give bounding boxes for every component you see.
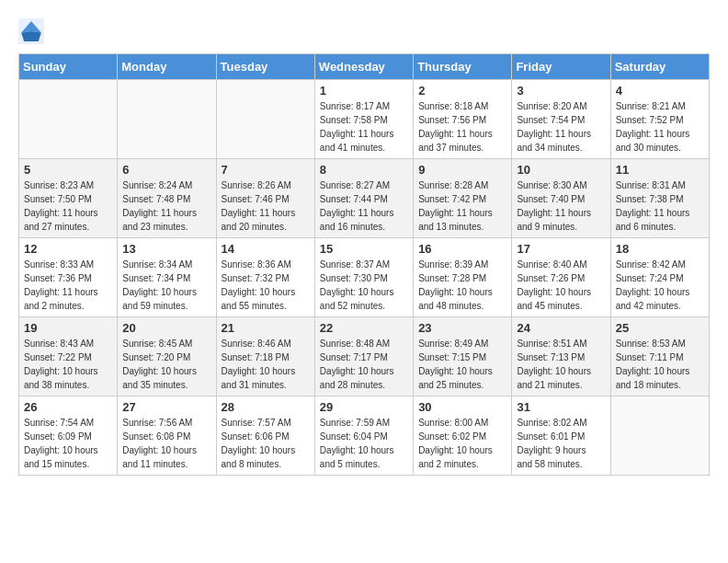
day-info: Sunrise: 8:45 AMSunset: 7:20 PMDaylight:… bbox=[122, 337, 210, 392]
day-number: 10 bbox=[517, 163, 605, 177]
calendar-cell: 17Sunrise: 8:40 AMSunset: 7:26 PMDayligh… bbox=[512, 238, 610, 317]
calendar-cell: 19Sunrise: 8:43 AMSunset: 7:22 PMDayligh… bbox=[19, 317, 118, 396]
day-number: 5 bbox=[24, 163, 112, 177]
calendar-cell: 21Sunrise: 8:46 AMSunset: 7:18 PMDayligh… bbox=[216, 317, 314, 396]
calendar-cell: 12Sunrise: 8:33 AMSunset: 7:36 PMDayligh… bbox=[19, 238, 118, 317]
day-info: Sunrise: 8:37 AMSunset: 7:30 PMDaylight:… bbox=[320, 258, 408, 313]
calendar-cell: 7Sunrise: 8:26 AMSunset: 7:46 PMDaylight… bbox=[216, 159, 314, 238]
day-info: Sunrise: 8:28 AMSunset: 7:42 PMDaylight:… bbox=[418, 178, 506, 234]
calendar-week-row: 1Sunrise: 8:17 AMSunset: 7:58 PMDaylight… bbox=[19, 80, 710, 159]
day-info: Sunrise: 8:18 AMSunset: 7:56 PMDaylight:… bbox=[418, 99, 506, 155]
day-number: 20 bbox=[122, 321, 210, 335]
day-info: Sunrise: 8:02 AMSunset: 6:01 PMDaylight:… bbox=[517, 416, 605, 471]
day-number: 1 bbox=[320, 84, 408, 98]
day-number: 29 bbox=[320, 400, 408, 414]
day-number: 21 bbox=[222, 321, 310, 335]
logo bbox=[18, 18, 48, 44]
calendar-cell: 11Sunrise: 8:31 AMSunset: 7:38 PMDayligh… bbox=[610, 159, 709, 238]
calendar-cell: 22Sunrise: 8:48 AMSunset: 7:17 PMDayligh… bbox=[314, 317, 413, 396]
day-number: 30 bbox=[418, 400, 506, 414]
calendar-cell: 8Sunrise: 8:27 AMSunset: 7:44 PMDaylight… bbox=[314, 159, 413, 238]
weekday-header-monday: Monday bbox=[118, 54, 216, 80]
day-info: Sunrise: 8:34 AMSunset: 7:34 PMDaylight:… bbox=[122, 258, 210, 313]
calendar-cell: 3Sunrise: 8:20 AMSunset: 7:54 PMDaylight… bbox=[512, 80, 610, 159]
calendar-cell: 16Sunrise: 8:39 AMSunset: 7:28 PMDayligh… bbox=[414, 238, 512, 317]
day-number: 16 bbox=[418, 242, 506, 256]
day-info: Sunrise: 8:43 AMSunset: 7:22 PMDaylight:… bbox=[24, 337, 112, 392]
calendar-cell bbox=[19, 80, 118, 159]
calendar-cell: 31Sunrise: 8:02 AMSunset: 6:01 PMDayligh… bbox=[512, 396, 610, 476]
calendar-cell: 24Sunrise: 8:51 AMSunset: 7:13 PMDayligh… bbox=[512, 317, 610, 396]
calendar-cell: 30Sunrise: 8:00 AMSunset: 6:02 PMDayligh… bbox=[414, 396, 512, 476]
day-number: 3 bbox=[517, 84, 605, 98]
day-info: Sunrise: 8:17 AMSunset: 7:58 PMDaylight:… bbox=[320, 99, 408, 155]
day-number: 23 bbox=[418, 321, 506, 335]
calendar-cell: 5Sunrise: 8:23 AMSunset: 7:50 PMDaylight… bbox=[19, 159, 118, 238]
day-number: 17 bbox=[517, 242, 605, 256]
day-info: Sunrise: 8:23 AMSunset: 7:50 PMDaylight:… bbox=[24, 178, 112, 234]
calendar-cell: 10Sunrise: 8:30 AMSunset: 7:40 PMDayligh… bbox=[512, 159, 610, 238]
weekday-header-sunday: Sunday bbox=[19, 54, 118, 80]
calendar-cell: 2Sunrise: 8:18 AMSunset: 7:56 PMDaylight… bbox=[414, 80, 512, 159]
weekday-header-friday: Friday bbox=[512, 54, 610, 80]
svg-marker-2 bbox=[21, 31, 41, 41]
day-number: 8 bbox=[320, 163, 408, 177]
day-info: Sunrise: 7:57 AMSunset: 6:06 PMDaylight:… bbox=[222, 416, 310, 471]
calendar-cell: 9Sunrise: 8:28 AMSunset: 7:42 PMDaylight… bbox=[414, 159, 512, 238]
calendar-cell: 1Sunrise: 8:17 AMSunset: 7:58 PMDaylight… bbox=[314, 80, 413, 159]
day-info: Sunrise: 7:54 AMSunset: 6:09 PMDaylight:… bbox=[24, 416, 112, 471]
day-info: Sunrise: 8:24 AMSunset: 7:48 PMDaylight:… bbox=[122, 178, 210, 234]
calendar-cell: 14Sunrise: 8:36 AMSunset: 7:32 PMDayligh… bbox=[216, 238, 314, 317]
calendar-cell: 26Sunrise: 7:54 AMSunset: 6:09 PMDayligh… bbox=[19, 396, 118, 476]
day-info: Sunrise: 8:26 AMSunset: 7:46 PMDaylight:… bbox=[222, 178, 310, 234]
day-info: Sunrise: 8:53 AMSunset: 7:11 PMDaylight:… bbox=[616, 337, 704, 392]
day-info: Sunrise: 8:46 AMSunset: 7:18 PMDaylight:… bbox=[222, 337, 310, 392]
calendar-table: SundayMondayTuesdayWednesdayThursdayFrid… bbox=[18, 53, 710, 476]
calendar-cell: 20Sunrise: 8:45 AMSunset: 7:20 PMDayligh… bbox=[118, 317, 216, 396]
weekday-header-wednesday: Wednesday bbox=[314, 54, 413, 80]
calendar-cell: 29Sunrise: 7:59 AMSunset: 6:04 PMDayligh… bbox=[314, 396, 413, 476]
day-info: Sunrise: 7:59 AMSunset: 6:04 PMDaylight:… bbox=[320, 416, 408, 471]
calendar-week-row: 26Sunrise: 7:54 AMSunset: 6:09 PMDayligh… bbox=[19, 396, 710, 476]
day-number: 9 bbox=[418, 163, 506, 177]
day-info: Sunrise: 8:48 AMSunset: 7:17 PMDaylight:… bbox=[320, 337, 408, 392]
day-number: 4 bbox=[616, 84, 704, 98]
calendar-cell bbox=[610, 396, 709, 476]
day-number: 22 bbox=[320, 321, 408, 335]
calendar-body: 1Sunrise: 8:17 AMSunset: 7:58 PMDaylight… bbox=[19, 80, 710, 476]
day-info: Sunrise: 8:51 AMSunset: 7:13 PMDaylight:… bbox=[517, 337, 605, 392]
day-info: Sunrise: 7:56 AMSunset: 6:08 PMDaylight:… bbox=[122, 416, 210, 471]
day-info: Sunrise: 8:20 AMSunset: 7:54 PMDaylight:… bbox=[517, 99, 605, 155]
day-info: Sunrise: 8:49 AMSunset: 7:15 PMDaylight:… bbox=[418, 337, 506, 392]
day-number: 11 bbox=[616, 163, 704, 177]
day-number: 24 bbox=[517, 321, 605, 335]
calendar-header-row: SundayMondayTuesdayWednesdayThursdayFrid… bbox=[19, 54, 710, 80]
calendar-cell bbox=[118, 80, 216, 159]
day-info: Sunrise: 8:30 AMSunset: 7:40 PMDaylight:… bbox=[517, 178, 605, 234]
day-number: 2 bbox=[418, 84, 506, 98]
weekday-header-tuesday: Tuesday bbox=[216, 54, 314, 80]
day-number: 12 bbox=[24, 242, 112, 256]
day-number: 14 bbox=[222, 242, 310, 256]
calendar-cell: 25Sunrise: 8:53 AMSunset: 7:11 PMDayligh… bbox=[610, 317, 709, 396]
calendar-week-row: 5Sunrise: 8:23 AMSunset: 7:50 PMDaylight… bbox=[19, 159, 710, 238]
day-info: Sunrise: 8:00 AMSunset: 6:02 PMDaylight:… bbox=[418, 416, 506, 471]
calendar-week-row: 19Sunrise: 8:43 AMSunset: 7:22 PMDayligh… bbox=[19, 317, 710, 396]
day-number: 13 bbox=[122, 242, 210, 256]
day-number: 18 bbox=[616, 242, 704, 256]
calendar-cell: 4Sunrise: 8:21 AMSunset: 7:52 PMDaylight… bbox=[610, 80, 709, 159]
day-number: 6 bbox=[122, 163, 210, 177]
weekday-header-saturday: Saturday bbox=[610, 54, 709, 80]
day-info: Sunrise: 8:42 AMSunset: 7:24 PMDaylight:… bbox=[616, 258, 704, 313]
calendar-week-row: 12Sunrise: 8:33 AMSunset: 7:36 PMDayligh… bbox=[19, 238, 710, 317]
calendar-cell: 27Sunrise: 7:56 AMSunset: 6:08 PMDayligh… bbox=[118, 396, 216, 476]
calendar-cell: 13Sunrise: 8:34 AMSunset: 7:34 PMDayligh… bbox=[118, 238, 216, 317]
day-info: Sunrise: 8:39 AMSunset: 7:28 PMDaylight:… bbox=[418, 258, 506, 313]
calendar-cell: 23Sunrise: 8:49 AMSunset: 7:15 PMDayligh… bbox=[414, 317, 512, 396]
calendar-cell: 15Sunrise: 8:37 AMSunset: 7:30 PMDayligh… bbox=[314, 238, 413, 317]
calendar-cell bbox=[216, 80, 314, 159]
calendar-cell: 6Sunrise: 8:24 AMSunset: 7:48 PMDaylight… bbox=[118, 159, 216, 238]
day-info: Sunrise: 8:27 AMSunset: 7:44 PMDaylight:… bbox=[320, 178, 408, 234]
calendar-cell: 18Sunrise: 8:42 AMSunset: 7:24 PMDayligh… bbox=[610, 238, 709, 317]
generalblue-logo-icon bbox=[18, 18, 44, 44]
